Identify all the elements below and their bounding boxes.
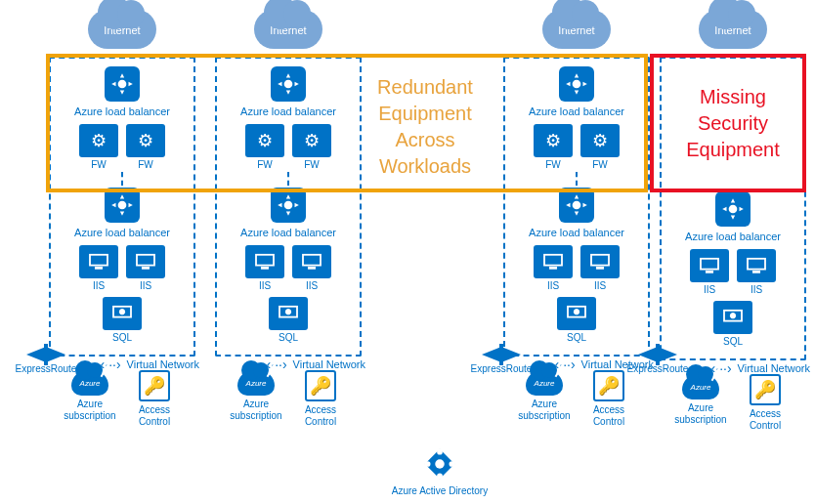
azure-sub-label: Azure subscription: [229, 399, 283, 421]
azure-subscription-icon: Azure: [237, 370, 275, 396]
firewall-icon: ⚙: [245, 124, 284, 157]
svg-rect-26: [706, 272, 712, 273]
internet-cloud: Internet: [88, 10, 156, 49]
vm-icon: [580, 245, 620, 278]
load-balancer-label: Azure load balancer: [74, 227, 170, 239]
vnet-label-row: ‹···›Virtual Network: [99, 357, 199, 372]
svg-rect-4: [137, 255, 154, 266]
gear-icon: ⚙: [545, 130, 561, 151]
svg-rect-19: [549, 268, 556, 270]
svg-rect-18: [544, 255, 562, 266]
virtual-network-box: Azure load balancer ⚙FW ⚙FW Azure load b…: [503, 57, 650, 357]
vm-icon: [737, 249, 776, 282]
svg-rect-20: [591, 255, 609, 266]
footer-row: AzureAzure subscription 🔑Access Control: [673, 374, 793, 431]
svg-point-7: [119, 310, 124, 315]
deployment-column: Internet Azure load balancer ⚙FW ⚙FW Azu…: [210, 0, 366, 427]
azure-sub-label: Azure subscription: [517, 399, 572, 421]
svg-rect-27: [748, 259, 765, 270]
access-ctrl-label: Access Control: [738, 408, 793, 431]
vnet-label-row: ‹···›Virtual Network: [265, 357, 365, 372]
svg-rect-10: [256, 255, 274, 266]
svg-point-9: [284, 201, 293, 210]
internet-cloud: Internet: [542, 10, 611, 49]
gear-icon: ⚙: [91, 130, 107, 151]
internet-label: Internet: [270, 24, 306, 36]
access-control-icon: 🔑: [593, 370, 624, 401]
vnet-label: Virtual Network: [738, 362, 810, 374]
svg-point-24: [729, 205, 738, 214]
fw-label: FW: [580, 159, 620, 170]
svg-point-36: [425, 461, 431, 467]
gear-icon: ⚙: [138, 130, 153, 151]
azure-subscription-icon: Azure: [526, 370, 563, 396]
load-balancer-icon: [271, 66, 306, 102]
iis-label: IIS: [690, 284, 729, 295]
footer-row: AzureAzure subscription 🔑Access Control: [63, 370, 182, 427]
svg-point-8: [284, 80, 293, 89]
iis-label: IIS: [292, 280, 331, 291]
fw-label: FW: [245, 159, 284, 170]
azure-ad-block: Azure Active Directory: [391, 445, 489, 497]
load-balancer-icon: [559, 188, 594, 223]
load-balancer-icon: [271, 188, 306, 223]
gear-icon: ⚙: [304, 130, 320, 151]
virtual-network-box: Azure load balancer ⚙FW ⚙FW Azure load b…: [49, 57, 195, 357]
connector-line: [576, 172, 578, 186]
svg-rect-28: [752, 272, 759, 273]
svg-point-30: [730, 314, 735, 318]
svg-rect-25: [701, 259, 718, 270]
access-ctrl-label: Access Control: [293, 404, 348, 427]
footer-row: AzureAzure subscription 🔑Access Control: [517, 370, 636, 427]
fw-label: FW: [79, 159, 118, 170]
firewall-icon: ⚙: [126, 124, 165, 157]
load-balancer-icon: [715, 191, 751, 227]
svg-rect-5: [142, 268, 149, 270]
firewall-icon: ⚙: [534, 124, 573, 157]
load-balancer-icon: [105, 66, 140, 102]
access-control-icon: 🔑: [750, 374, 781, 405]
azure-ad-icon: [421, 445, 458, 483]
svg-point-35: [437, 473, 443, 479]
expressroute-icon: ExpressRoute: [623, 348, 692, 374]
svg-point-32: [435, 459, 445, 469]
azure-subscription-icon: Azure: [71, 370, 108, 396]
expressroute-icon: ExpressRoute: [467, 348, 536, 374]
vm-icon: [126, 245, 165, 278]
svg-rect-11: [261, 268, 268, 270]
svg-rect-13: [308, 268, 315, 270]
sql-label: SQL: [557, 332, 596, 343]
access-control-icon: 🔑: [139, 370, 170, 401]
load-balancer-label: Azure load balancer: [74, 105, 170, 118]
sql-vm-icon: [713, 301, 752, 334]
connector-line: [287, 172, 289, 186]
iis-label: IIS: [737, 284, 776, 295]
sql-vm-icon: [103, 297, 142, 330]
svg-rect-3: [95, 268, 102, 270]
fw-label: FW: [534, 159, 573, 170]
svg-point-16: [573, 80, 581, 89]
firewall-icon: ⚙: [292, 124, 331, 157]
fw-label: FW: [126, 159, 165, 170]
svg-point-1: [118, 201, 127, 210]
access-control-icon: 🔑: [305, 370, 336, 401]
vm-icon: [292, 245, 331, 278]
load-balancer-label: Azure load balancer: [240, 227, 336, 239]
missing-callout-text: Missing Security Equipment: [674, 84, 792, 163]
vnet-label: Virtual Network: [293, 358, 365, 370]
vm-icon: [79, 245, 118, 278]
svg-rect-2: [90, 255, 107, 266]
internet-label: Internet: [104, 24, 140, 36]
vm-icon: [245, 245, 284, 278]
load-balancer-label: Azure load balancer: [685, 231, 781, 243]
internet-cloud: Internet: [699, 10, 767, 49]
svg-point-17: [573, 201, 581, 210]
vnet-label: Virtual Network: [127, 358, 199, 370]
azure-sub-label: Azure subscription: [63, 399, 117, 421]
sql-label: SQL: [269, 332, 308, 343]
svg-point-15: [285, 310, 290, 315]
svg-point-23: [574, 310, 579, 315]
svg-point-0: [118, 80, 127, 89]
internet-label: Internet: [558, 24, 594, 36]
firewall-icon: ⚙: [580, 124, 620, 157]
